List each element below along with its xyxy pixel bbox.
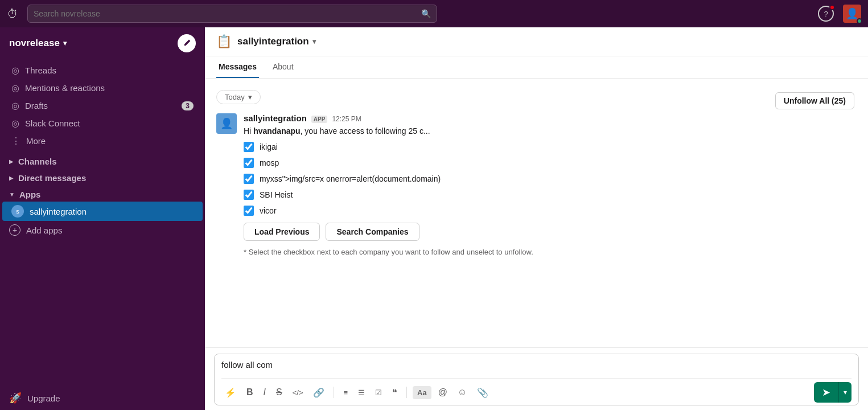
checklist-item-sbi-heist: SBI Heist [244,190,857,200]
code-button[interactable]: </> [289,386,307,399]
checkbox-mosp[interactable] [244,158,254,168]
channel-name: sallyintegration [237,36,309,47]
add-apps-button[interactable]: + Add apps [0,221,205,239]
history-icon[interactable]: ⏱ [7,7,18,20]
threads-label: Threads [25,65,56,75]
ordered-list-button[interactable]: ≡ [340,386,351,399]
checklist-label-ikigai: ikigai [260,142,278,151]
checklist-item-mosp: mosp [244,158,857,168]
checkbox-myxss[interactable] [244,174,254,184]
format-aa-button[interactable]: Aa [413,386,431,399]
message-bold-name: hvandanapu [253,126,300,136]
tab-messages[interactable]: Messages [216,56,259,78]
checklist-item-myxss: myxss">img/src=x onerror=alert(document.… [244,174,857,184]
attachment-button[interactable]: 📎 [474,385,492,400]
channel-icon: 📋 [216,34,232,49]
channels-section[interactable]: ▶ Channels [0,152,205,169]
channels-arrow-icon: ▶ [9,158,14,165]
tab-about[interactable]: About [270,56,296,78]
quote-button[interactable]: ❝ [389,385,401,400]
help-button[interactable]: ? [818,6,834,22]
composer-toolbar: ⚡ B I S </> 🔗 ≡ ☰ ☑ ❝ Aa @ ☺ 📎 [221,378,851,403]
compose-button[interactable] [178,34,196,52]
drafts-icon: ◎ [11,100,19,111]
bold-button[interactable]: B [243,385,257,400]
channel-chevron-icon: ▾ [312,38,316,46]
sallyintegration-icon: s [11,205,24,218]
toolbar-separator-2 [406,387,407,398]
message-intro: Hi [244,126,253,136]
mentions-icon: ◎ [11,83,19,93]
message-avatar: 👤 [216,113,237,134]
chat-header: 📋 sallyintegration ▾ [205,27,868,56]
chat-area: 📋 sallyintegration ▾ Messages About Toda… [205,27,868,410]
user-avatar[interactable]: 👤 [843,5,861,23]
sidebar-item-threads[interactable]: ◎ Threads [2,62,203,79]
threads-icon: ◎ [11,65,19,76]
message-header: sallyintegration APP 12:25 PM [244,113,857,123]
dm-arrow-icon: ▶ [9,175,14,181]
apps-section[interactable]: ▼ Apps [0,185,205,202]
search-companies-button[interactable]: Search Companies [326,223,419,241]
apps-arrow-icon: ▼ [9,191,15,198]
main-layout: novrelease ▾ ◎ Threads ◎ Mentions & reac… [0,27,868,410]
apps-label: Apps [19,190,41,199]
composer-text-input[interactable]: follow all com [221,360,851,376]
composer: follow all com ⚡ B I S </> 🔗 ≡ ☰ ☑ ❝ Aa … [205,347,868,410]
today-divider[interactable]: Today ▾ [216,90,261,104]
checkbox-sbi-heist[interactable] [244,190,254,200]
send-btn-group: ➤ ▾ [814,382,851,403]
sidebar-item-mentions[interactable]: ◎ Mentions & reactions [2,79,203,97]
workspace-label: novrelease [9,38,60,49]
direct-messages-section[interactable]: ▶ Direct messages [0,169,205,185]
unordered-list-button[interactable]: ☰ [355,386,368,399]
message-toolbar-row: Today ▾ Unfollow All (25) [216,90,857,104]
upgrade-button[interactable]: 🚀 Upgrade [0,386,205,410]
message-intro-rest: , you have access to following 25 c... [301,126,430,136]
app-badge: APP [311,116,328,123]
help-icon: ? [824,10,828,18]
more-icon: ⋮ [11,136,20,146]
sidebar-item-slack-connect[interactable]: ◎ Slack Connect [2,114,203,132]
message-item: 👤 sallyintegration APP 12:25 PM Hi hvand… [216,113,857,256]
avatar-image: 👤 [846,7,858,20]
sidebar-header: novrelease ▾ [0,27,205,59]
drafts-badge: 3 [182,101,194,110]
mention-button[interactable]: @ [435,385,451,400]
sidebar-item-more[interactable]: ⋮ More [2,132,203,150]
unfollow-all-button[interactable]: Unfollow All (25) [775,92,854,109]
checklist-label-mosp: mosp [260,158,279,167]
search-bar[interactable]: 🔍 [27,5,437,23]
upgrade-label: Upgrade [27,393,60,403]
sidebar-item-sallyintegration[interactable]: s sallyintegration [2,202,203,221]
checklist-item-ikigai: ikigai [244,142,857,152]
strikethrough-button[interactable]: S [273,385,286,400]
lightning-button[interactable]: ⚡ [221,385,240,400]
search-icon: 🔍 [421,9,431,18]
instruction-text: * Select the checkbox next to each compa… [244,248,857,256]
emoji-button[interactable]: ☺ [454,385,470,400]
checkbox-vicor[interactable] [244,206,254,216]
checklist-label-sbi-heist: SBI Heist [260,190,293,199]
message-content: sallyintegration APP 12:25 PM Hi hvandan… [244,113,857,256]
search-input[interactable] [34,9,421,18]
more-label: More [26,136,46,146]
italic-button[interactable]: I [260,385,269,400]
sidebar: novrelease ▾ ◎ Threads ◎ Mentions & reac… [0,27,205,410]
message-time: 12:25 PM [332,115,361,123]
help-badge [829,5,835,10]
load-previous-button[interactable]: Load Previous [244,223,320,241]
workspace-name[interactable]: novrelease ▾ [9,38,67,49]
channel-name-button[interactable]: sallyintegration ▾ [237,36,316,47]
checkbox-ikigai[interactable] [244,142,254,152]
message-sender: sallyintegration [244,113,307,123]
topbar-right: ? 👤 [818,5,861,23]
checklist-item-vicor: vicor [244,206,857,216]
send-dropdown-button[interactable]: ▾ [838,382,851,403]
send-button[interactable]: ➤ [814,382,838,403]
sidebar-item-drafts[interactable]: ◎ Drafts 3 [2,97,203,114]
message-text: Hi hvandanapu, you have access to follow… [244,125,857,137]
checklist-button[interactable]: ☑ [372,386,385,399]
link-button[interactable]: 🔗 [310,385,328,400]
toolbar-separator-1 [334,387,334,398]
